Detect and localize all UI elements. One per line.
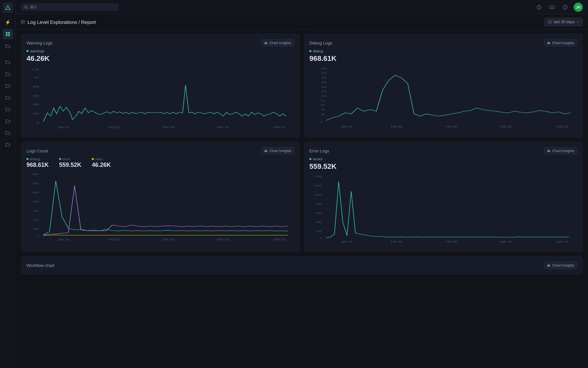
logs-count-chart: 140K 120K 100K 80K 60K 40K 20K 0 Jan 26 … xyxy=(26,171,294,243)
svg-text:Feb 23: Feb 23 xyxy=(556,240,568,243)
svg-rect-1 xyxy=(6,32,8,34)
logs-count-header: Logs Count Chart Insights xyxy=(26,147,294,154)
svg-rect-24 xyxy=(267,43,267,44)
sidebar-item-folder8[interactable] xyxy=(3,139,13,149)
svg-text:80K: 80K xyxy=(316,202,322,205)
debug-logs-legend: debug xyxy=(309,49,577,53)
svg-point-5 xyxy=(24,6,27,8)
charts-grid: Warning Logs Chart Insights warnings 46.… xyxy=(16,30,588,256)
sidebar-item-folder7[interactable] xyxy=(3,127,13,138)
logs-count-insights-label: Chart Insights xyxy=(269,149,291,153)
debug-logs-insights-button[interactable]: Chart Insights xyxy=(544,39,577,46)
topbar-right: ? JH xyxy=(534,3,583,12)
sidebar-item-folder3[interactable] xyxy=(3,80,13,91)
help-button[interactable]: ? xyxy=(561,3,570,12)
error-metric-value: 559.52K xyxy=(59,162,81,168)
svg-text:Feb 02: Feb 02 xyxy=(108,126,120,129)
svg-rect-72 xyxy=(266,149,266,152)
debug-logs-value: 968.61K xyxy=(309,54,577,63)
time-selector[interactable]: last 30 days ▼ xyxy=(544,18,583,26)
svg-text:140K: 140K xyxy=(314,175,322,178)
search-bar[interactable] xyxy=(21,3,119,11)
debug-logs-insights-label: Chart Insights xyxy=(552,41,574,45)
svg-text:1K: 1K xyxy=(34,76,39,79)
svg-text:100K: 100K xyxy=(31,191,40,194)
error-logs-legend: errors xyxy=(309,157,577,161)
svg-rect-97 xyxy=(549,150,550,152)
warn-metric-value: 46.26K xyxy=(92,162,111,168)
logs-count-insights-button[interactable]: Chart Insights xyxy=(261,147,294,154)
avatar[interactable]: JH xyxy=(574,3,583,12)
svg-rect-22 xyxy=(265,42,265,44)
svg-marker-0 xyxy=(6,6,10,9)
sidebar-item-dashboard[interactable] xyxy=(3,29,13,39)
error-logs-insights-button[interactable]: Chart Insights xyxy=(544,147,577,154)
svg-rect-120 xyxy=(548,264,549,267)
svg-text:6K: 6K xyxy=(321,104,326,107)
svg-text:600: 600 xyxy=(33,94,39,97)
svg-text:Jan 26: Jan 26 xyxy=(341,240,352,243)
svg-rect-96 xyxy=(548,149,549,152)
sidebar-item-folder4[interactable] xyxy=(3,92,13,102)
svg-text:20K: 20K xyxy=(321,72,327,75)
svg-text:0: 0 xyxy=(320,237,322,239)
svg-text:Feb 16: Feb 16 xyxy=(217,238,229,241)
workflow-insights-button[interactable]: Chart Insights xyxy=(544,262,577,269)
error-logs-value: 559.52K xyxy=(309,162,577,171)
svg-text:Feb 09: Feb 09 xyxy=(162,238,174,241)
svg-text:140K: 140K xyxy=(31,173,40,176)
workflow-card: Workflow chart Chart Insights xyxy=(21,256,583,274)
sidebar-divider xyxy=(4,54,12,54)
keyboard-button[interactable] xyxy=(547,3,557,12)
svg-text:80K: 80K xyxy=(33,200,39,203)
page-icon xyxy=(21,20,25,24)
error-logs-card: Error Logs Chart Insights errors 559.52K… xyxy=(304,142,583,252)
svg-text:2K: 2K xyxy=(321,113,326,116)
debug-logs-header: Debug Logs Chart Insights xyxy=(309,39,577,46)
debug-logs-chart: 22K 20K 18K 16K 14K 12K 10K 8K 6K 4K 2K … xyxy=(309,65,577,131)
svg-text:40K: 40K xyxy=(316,221,322,224)
svg-text:Jan 26: Jan 26 xyxy=(58,126,69,129)
debug-legend-label: debug xyxy=(313,49,323,53)
error-metric-dot xyxy=(59,158,61,160)
svg-text:Jan 26: Jan 26 xyxy=(341,125,352,128)
history-button[interactable] xyxy=(534,3,544,12)
logs-count-card: Logs Count Chart Insights debug 968.61K xyxy=(21,142,300,252)
warning-logs-insights-button[interactable]: Chart Insights xyxy=(261,39,294,46)
debug-metric-label: debug xyxy=(26,157,49,161)
svg-text:120K: 120K xyxy=(31,182,40,185)
svg-rect-121 xyxy=(549,265,550,267)
svg-text:Feb 23: Feb 23 xyxy=(273,238,285,241)
breadcrumb: Log Level Explorations / Report xyxy=(21,19,96,25)
error-metric-label: error xyxy=(59,157,81,161)
svg-text:?: ? xyxy=(564,6,566,9)
svg-text:10K: 10K xyxy=(321,95,327,97)
error-logs-insights-label: Chart Insights xyxy=(552,149,574,153)
sidebar-item-activity[interactable]: ⚡ xyxy=(3,17,13,27)
svg-text:0: 0 xyxy=(37,234,39,237)
logo xyxy=(3,3,13,13)
svg-text:8K: 8K xyxy=(321,99,326,102)
svg-text:Feb 09: Feb 09 xyxy=(162,126,174,129)
svg-text:20K: 20K xyxy=(33,228,39,231)
svg-text:Feb 09: Feb 09 xyxy=(445,125,457,128)
sidebar-item-folder1[interactable] xyxy=(3,57,13,67)
svg-text:Feb 02: Feb 02 xyxy=(391,240,403,243)
sidebar-item-folder-open[interactable] xyxy=(3,41,13,51)
sidebar-item-folder5[interactable] xyxy=(3,104,13,114)
svg-text:60K: 60K xyxy=(33,209,39,212)
svg-text:0: 0 xyxy=(37,121,39,124)
sidebar-item-folder2[interactable] xyxy=(3,68,13,79)
debug-metric-dot xyxy=(26,158,28,160)
svg-text:Feb 02: Feb 02 xyxy=(391,125,403,128)
bottom-row: Workflow chart Chart Insights xyxy=(16,256,588,278)
sidebar-item-folder6[interactable] xyxy=(3,115,13,126)
sidebar: ⚡ xyxy=(0,0,16,368)
svg-rect-3 xyxy=(6,34,8,36)
main-wrapper: ? JH Log Level Explorations / Report las… xyxy=(16,0,588,368)
svg-text:Feb 16: Feb 16 xyxy=(500,240,512,243)
warn-metric-label: warn xyxy=(92,157,111,161)
svg-rect-46 xyxy=(549,43,550,44)
svg-rect-45 xyxy=(548,42,549,44)
search-input[interactable] xyxy=(30,5,116,9)
